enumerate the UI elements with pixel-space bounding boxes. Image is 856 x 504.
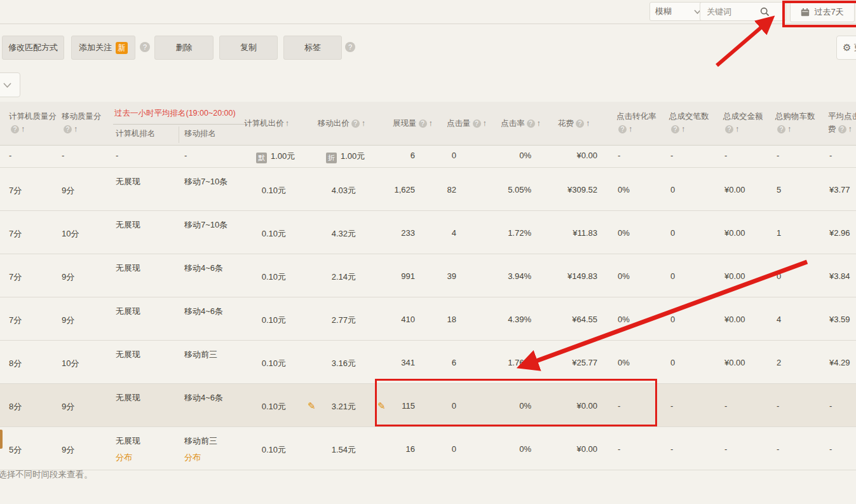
table-row[interactable]: 7分9分无展现移动4~6条0.10元2.14元991393.94%¥149.83… [0, 254, 856, 297]
modify-match-type-label: 修改匹配方式 [8, 42, 58, 53]
cell-total-orders: 0 [670, 315, 675, 324]
help-icon[interactable] [618, 125, 627, 133]
summary-row[interactable]: ----默1.00元折1.00元600%¥0.00----- [0, 145, 856, 168]
help-icon[interactable] [351, 119, 360, 128]
cell-pc-rank: 无展现 [116, 176, 140, 187]
cell-value: 无展现 [116, 436, 140, 446]
cell-ctr: 4.39% [479, 315, 531, 324]
table-row[interactable]: 7分9分无展现移动4~6条0.10元2.77元410184.39%¥64.550… [0, 297, 856, 341]
cell-cost: ¥11.83 [544, 228, 597, 238]
cell-conversion-rate: 0% [618, 228, 630, 238]
cell-value: 移动前三 [184, 436, 217, 446]
col-header-conversion-rate[interactable]: 点击转化率 [616, 110, 666, 135]
col-header-cost[interactable]: 花费 [558, 117, 590, 130]
cell-mobile-rank: 移动7~10条 [184, 219, 228, 231]
fuzzy-match-select[interactable]: 模糊 [649, 2, 707, 21]
delete-button[interactable]: 删除 [154, 36, 214, 60]
col-header-clicks[interactable]: 点击量 [447, 117, 487, 130]
add-watch-button[interactable]: 添加关注 新 [71, 36, 135, 60]
cell-avg-cpc: ¥3.77 [829, 185, 850, 194]
cell-mobile-quality-score: 9分 [62, 271, 74, 283]
col-label: 点击量 [447, 119, 471, 128]
help-icon[interactable] [473, 119, 481, 128]
cell-clicks: 82 [405, 185, 456, 194]
col-header-total-carts[interactable]: 总购物车数 [775, 110, 825, 135]
cell-value: 1.00元 [271, 151, 295, 161]
edit-bid-pencil-icon[interactable] [377, 400, 386, 412]
cell-clicks: 0 [405, 444, 456, 454]
cell-conversion-rate: - [618, 151, 620, 160]
cell-conversion-rate: 0% [618, 271, 630, 281]
calendar-icon [801, 8, 810, 17]
cell-mobile-bid: 4.03元 [304, 185, 356, 196]
table-row[interactable]: 7分9分无展现移动7~10条0.10元4.03元1,625825.05%¥309… [0, 168, 856, 211]
table-row[interactable]: 8分10分无展现移动前三0.10元3.16元34161.76%¥25.770%0… [0, 341, 856, 384]
keyword-search-input[interactable] [705, 6, 760, 17]
table-row[interactable]: 7分10分无展现移动7~10条0.10元4.32元23341.72%¥11.83… [0, 211, 856, 254]
cell-ctr: 0% [479, 401, 531, 411]
sort-asc-icon [429, 119, 433, 128]
search-icon[interactable] [760, 7, 770, 17]
help-icon[interactable] [838, 125, 846, 133]
sort-asc-icon [586, 119, 590, 128]
rank-group-divider [113, 124, 248, 125]
cell-total-carts: 0 [777, 271, 781, 281]
col-header-pc-quality-score[interactable]: 计算机质量分 [9, 110, 57, 135]
help-icon[interactable] [140, 42, 150, 52]
col-header-total-revenue[interactable]: 总成交金额 [723, 110, 773, 135]
tag-button[interactable]: 标签 [283, 36, 342, 60]
col-header-ctr[interactable]: 点击率 [501, 117, 541, 130]
col-header-mobile-bid[interactable]: 移动出价 [299, 117, 365, 130]
help-icon[interactable] [345, 42, 355, 52]
help-icon[interactable] [11, 125, 19, 133]
column-settings-button[interactable]: 更 [836, 36, 856, 60]
help-icon[interactable] [64, 125, 72, 133]
cell-total-carts: - [777, 444, 779, 454]
col-label: 花费 [558, 119, 574, 128]
modify-match-type-button[interactable]: 修改匹配方式 [2, 36, 64, 60]
cell-mobile-quality-score: - [62, 151, 64, 160]
table-row[interactable]: 5分9分无展现分布移动前三分布0.10元1.54元1600%¥0.00----- [0, 427, 856, 470]
cell-mobile-rank: 移动4~6条 [184, 262, 223, 274]
cell-ctr: 0% [479, 444, 531, 454]
cell-ctr: 0% [479, 151, 531, 160]
cell-cost: ¥25.77 [544, 358, 597, 367]
help-icon[interactable] [527, 119, 535, 128]
copy-button[interactable]: 复制 [219, 36, 278, 60]
cell-total-revenue: ¥0.00 [724, 185, 745, 194]
copy-label: 复制 [240, 42, 257, 53]
cell-mobile-quality-score: 9分 [62, 444, 74, 456]
cell-avg-cpc: ¥4.29 [829, 358, 850, 367]
table-row[interactable]: 8分9分无展现移动4~6条0.10元3.21元11500%¥0.00----- [0, 384, 856, 427]
cell-pc-quality-score: 7分 [9, 271, 22, 283]
help-icon[interactable] [576, 119, 584, 128]
cell-total-revenue: - [724, 401, 727, 411]
edit-bid-pencil-icon[interactable] [308, 400, 316, 412]
cell-cost: ¥0.00 [544, 401, 597, 411]
help-icon[interactable] [777, 125, 785, 133]
help-icon[interactable] [419, 119, 427, 128]
col-header-avg-cpc[interactable]: 平均点击花费 [828, 110, 856, 135]
help-icon[interactable] [671, 125, 679, 133]
cell-conversion-rate: - [618, 401, 620, 411]
distribution-link[interactable]: 分布 [116, 452, 140, 463]
cell-pc-rank: 无展现 [116, 306, 140, 317]
col-header-mobile-rank[interactable]: 移动排名 [184, 128, 216, 139]
distribution-link[interactable]: 分布 [184, 452, 217, 463]
sort-asc-icon [628, 125, 632, 133]
col-header-impressions[interactable]: 展现量 [393, 117, 433, 130]
rank-subcolumn-divider [179, 126, 179, 143]
collapse-button[interactable] [0, 72, 20, 97]
col-header-mobile-quality-score[interactable]: 移动质量分 [62, 110, 107, 135]
date-range-button[interactable]: 过去7天 [790, 2, 855, 22]
col-header-pc-rank[interactable]: 计算机排名 [116, 128, 156, 139]
sort-asc-icon [735, 125, 739, 133]
cell-mobile-bid: 3.16元 [304, 358, 356, 369]
help-icon[interactable] [725, 125, 733, 133]
col-label: 总购物车数 [775, 112, 815, 121]
col-header-pc-bid[interactable]: 计算机出价 [238, 117, 289, 130]
cell-clicks: 0 [405, 401, 456, 411]
col-header-total-orders[interactable]: 总成交笔数 [669, 110, 719, 135]
collapse-chevron-icon [3, 83, 11, 88]
cell-pc-rank: 无展现 [116, 349, 140, 360]
